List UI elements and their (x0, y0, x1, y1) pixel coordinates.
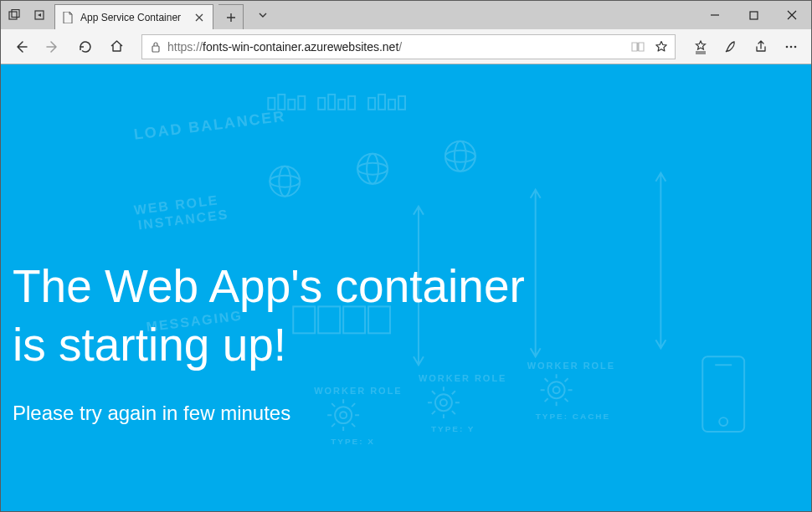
back-button[interactable] (6, 32, 36, 62)
forward-button[interactable] (38, 32, 68, 62)
minimize-button[interactable] (696, 1, 734, 29)
svg-point-5 (786, 45, 789, 48)
url-domain: fonts-win-container.azurewebsites.net (203, 40, 398, 54)
page-icon (62, 12, 74, 23)
more-menu-icon[interactable] (776, 32, 806, 62)
close-tab-icon[interactable] (193, 11, 206, 24)
toolbar-right (686, 32, 806, 62)
favorite-star-icon[interactable] (653, 40, 670, 54)
titlebar-left: App Service Container (1, 1, 277, 29)
hero: The Web App's container is starting up! … (1, 64, 811, 425)
heading-line-1: The Web App's container (13, 260, 525, 312)
page-subtext: Please try again in few minutes (13, 402, 794, 425)
svg-text:TYPE: Y: TYPE: Y (431, 424, 475, 433)
svg-rect-1 (12, 10, 19, 18)
page-content: LOAD BALANCER WEB ROLE INSTANCES MESSAGI… (1, 64, 811, 511)
browser-toolbar: https://fonts-win-container.azurewebsite… (1, 29, 811, 64)
home-button[interactable] (101, 32, 131, 62)
svg-rect-3 (750, 12, 758, 19)
refresh-button[interactable] (69, 32, 100, 62)
notes-icon[interactable] (716, 32, 746, 62)
page-heading: The Web App's container is starting up! (13, 257, 794, 375)
window-titlebar: App Service Container (1, 1, 811, 29)
url-text: https://fonts-win-container.azurewebsite… (164, 40, 630, 54)
close-window-button[interactable] (773, 1, 811, 29)
new-tab-button[interactable] (218, 4, 244, 29)
svg-text:TYPE: X: TYPE: X (331, 437, 375, 446)
svg-rect-0 (9, 12, 17, 19)
svg-point-6 (790, 45, 793, 48)
tab-menu-chevron-icon[interactable] (249, 9, 277, 21)
tab-actions-icon[interactable] (4, 1, 24, 29)
svg-point-7 (794, 45, 797, 48)
favorites-list-icon[interactable] (686, 32, 716, 62)
address-bar-actions (630, 40, 670, 54)
window-controls (696, 1, 811, 29)
share-icon[interactable] (746, 32, 776, 62)
browser-tab-active[interactable]: App Service Container (54, 4, 213, 29)
tab-title: App Service Container (80, 12, 186, 23)
address-bar[interactable]: https://fonts-win-container.azurewebsite… (141, 34, 676, 59)
heading-line-2: is starting up! (13, 319, 286, 371)
svg-rect-4 (152, 46, 159, 52)
set-aside-tabs-icon[interactable] (29, 1, 49, 29)
maximize-button[interactable] (734, 1, 773, 29)
url-path: / (398, 40, 402, 54)
url-protocol: https:// (167, 40, 203, 54)
reading-view-icon[interactable] (630, 41, 646, 53)
lock-icon (147, 41, 164, 53)
